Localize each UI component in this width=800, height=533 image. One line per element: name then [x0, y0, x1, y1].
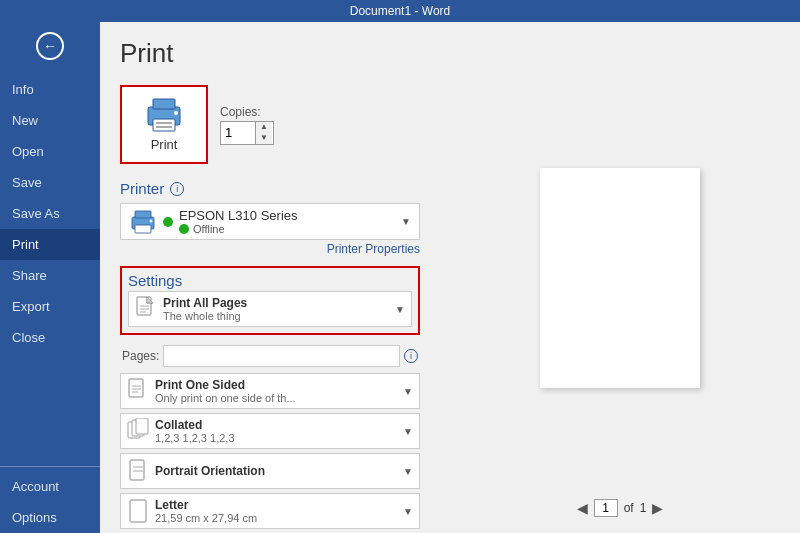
printer-dropdown-arrow: ▼ — [401, 216, 411, 227]
svg-rect-8 — [135, 225, 151, 233]
sidebar-item-open[interactable]: Open — [0, 136, 100, 167]
svg-rect-4 — [156, 126, 172, 128]
collated-inner: Collated 1,2,3 1,2,3 1,2,3 — [155, 418, 397, 444]
sided-main: Print One Sided — [155, 378, 397, 392]
printer-info: EPSON L310 Series Offline — [179, 208, 395, 235]
preview-page — [540, 168, 700, 388]
collated-main: Collated — [155, 418, 397, 432]
collated-doc-icon — [127, 418, 149, 444]
copies-label: Copies: — [220, 105, 274, 119]
paper-setting[interactable]: Letter 21,59 cm x 27,94 cm ▼ — [120, 493, 420, 529]
print-all-pages-setting[interactable]: Print All Pages The whole thing ▼ — [128, 291, 412, 327]
sidebar-item-close[interactable]: Close — [0, 322, 100, 353]
title-bar: Document1 - Word — [0, 0, 800, 22]
status-dot — [179, 224, 189, 234]
paper-main: Letter — [155, 498, 397, 512]
orientation-doc-icon — [127, 458, 149, 484]
printer-info-icon[interactable]: i — [170, 182, 184, 196]
pages-label: Pages: — [122, 349, 159, 363]
sidebar-item-new[interactable]: New — [0, 105, 100, 136]
paper-sub: 21,59 cm x 27,94 cm — [155, 512, 397, 524]
print-button-inner: Print — [128, 93, 200, 156]
copies-input[interactable] — [221, 123, 255, 142]
sidebar-item-save-as[interactable]: Save As — [0, 198, 100, 229]
svg-rect-2 — [153, 119, 175, 131]
title-text: Document1 - Word — [350, 4, 450, 18]
svg-rect-3 — [156, 122, 172, 124]
svg-rect-7 — [135, 211, 151, 218]
main-content: Print Print — [100, 22, 800, 533]
sidebar-item-info[interactable]: Info — [0, 74, 100, 105]
orientation-dropdown-arrow: ▼ — [403, 466, 413, 477]
printer-section-title: Printer i — [120, 180, 420, 197]
svg-rect-22 — [130, 460, 144, 480]
sided-dropdown-arrow: ▼ — [403, 386, 413, 397]
settings-box: Settings Print All Pages The whole thing — [120, 266, 420, 335]
settings-title: Settings — [122, 268, 418, 291]
svg-rect-25 — [130, 500, 146, 522]
copies-up-button[interactable]: ▲ — [256, 122, 272, 133]
svg-point-5 — [174, 111, 178, 115]
sidebar-item-share[interactable]: Share — [0, 260, 100, 291]
back-arrow-icon: ← — [36, 32, 64, 60]
printer-properties-link[interactable]: Printer Properties — [120, 242, 420, 256]
svg-point-9 — [150, 219, 153, 222]
paper-dropdown-arrow: ▼ — [403, 506, 413, 517]
paper-doc-icon — [127, 498, 149, 524]
back-button[interactable]: ← — [0, 22, 100, 70]
copies-input-wrap: ▲ ▼ — [220, 121, 274, 145]
setting-pages-inner: Print All Pages The whole thing — [163, 296, 389, 322]
orientation-setting[interactable]: Portrait Orientation ▼ — [120, 453, 420, 489]
collated-setting[interactable]: Collated 1,2,3 1,2,3 1,2,3 ▼ — [120, 413, 420, 449]
print-btn-label: Print — [151, 137, 178, 152]
print-button-row: Print Copies: ▲ ▼ — [120, 85, 420, 164]
copies-spinners: ▲ ▼ — [255, 122, 272, 144]
copies-down-button[interactable]: ▼ — [256, 133, 272, 144]
printer-small-icon — [129, 210, 157, 234]
collated-dropdown-arrow: ▼ — [403, 426, 413, 437]
pages-input[interactable] — [163, 345, 400, 367]
prev-page-button[interactable]: ◀ — [577, 500, 588, 516]
total-pages: 1 — [640, 501, 647, 515]
page-of-label: of — [624, 501, 634, 515]
sidebar-item-print[interactable]: Print — [0, 229, 100, 260]
sidebar-item-export[interactable]: Export — [0, 291, 100, 322]
copies-row: Copies: ▲ ▼ — [220, 105, 274, 145]
current-page-input[interactable] — [594, 499, 618, 517]
orientation-inner: Portrait Orientation — [155, 464, 397, 478]
sided-inner: Print One Sided Only print on one side o… — [155, 378, 397, 404]
print-button[interactable]: Print — [120, 85, 208, 164]
sidebar-bottom: Account Options — [0, 466, 100, 533]
svg-rect-15 — [129, 379, 143, 397]
preview-nav: ◀ of 1 ▶ — [440, 499, 800, 517]
paper-inner: Letter 21,59 cm x 27,94 cm — [155, 498, 397, 524]
sidebar-item-account[interactable]: Account — [0, 471, 100, 502]
collated-sub: 1,2,3 1,2,3 1,2,3 — [155, 432, 397, 444]
svg-rect-1 — [153, 99, 175, 109]
preview-panel: ◀ of 1 ▶ — [440, 22, 800, 533]
print-panel: Print Print — [100, 22, 440, 533]
printer-status-row: Offline — [179, 223, 395, 235]
print-title: Print — [120, 38, 420, 69]
sidebar-item-options[interactable]: Options — [0, 502, 100, 533]
pages-info-icon[interactable]: i — [404, 349, 418, 363]
sided-doc-icon — [127, 378, 149, 404]
sidebar-item-save[interactable]: Save — [0, 167, 100, 198]
doc-icon — [135, 296, 157, 322]
printer-icon — [144, 97, 184, 133]
pages-dropdown-arrow: ▼ — [395, 304, 405, 315]
setting-pages-sub: The whole thing — [163, 310, 389, 322]
setting-pages-main: Print All Pages — [163, 296, 389, 310]
pages-row: Pages: i — [120, 345, 420, 367]
svg-rect-21 — [136, 418, 148, 434]
sided-sub: Only print on one side of th... — [155, 392, 397, 404]
sided-setting[interactable]: Print One Sided Only print on one side o… — [120, 373, 420, 409]
printer-name: EPSON L310 Series — [179, 208, 395, 223]
next-page-button[interactable]: ▶ — [652, 500, 663, 516]
sidebar: ← Info New Open Save Save As Print Share… — [0, 22, 100, 533]
printer-selector[interactable]: EPSON L310 Series Offline ▼ — [120, 203, 420, 240]
orientation-main: Portrait Orientation — [155, 464, 397, 478]
